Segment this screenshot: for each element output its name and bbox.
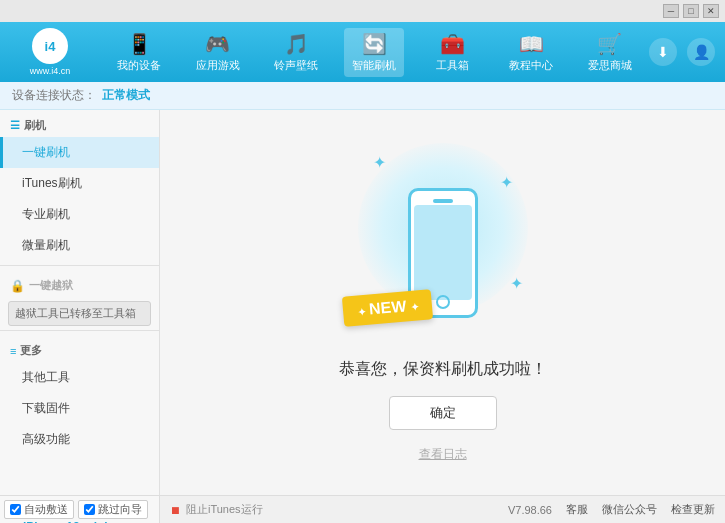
download-button[interactable]: ⬇ <box>649 38 677 66</box>
my-device-icon: 📱 <box>127 32 152 56</box>
close-button[interactable]: ✕ <box>703 4 719 18</box>
sparkle-icon-1: ✦ <box>373 153 386 172</box>
ringtone-label: 铃声壁纸 <box>274 58 318 73</box>
jailbreak-notice-text: 越狱工具已转移至工具箱 <box>15 307 136 319</box>
minimize-button[interactable]: ─ <box>663 4 679 18</box>
phone-speaker <box>433 199 453 203</box>
lock-icon: 🔒 <box>10 279 25 293</box>
divider-1 <box>0 265 159 266</box>
jailbreak-section-title: 🔒 一键越狱 <box>0 270 159 297</box>
nav-toolbox[interactable]: 🧰 工具箱 <box>423 28 483 77</box>
bottom-bar: 自动敷送 跳过向导 📱 iPhone 12 mini 64GB Down-12m… <box>0 495 725 523</box>
download-firmware-label: 下载固件 <box>22 401 70 415</box>
nav-apps[interactable]: 🎮 应用游戏 <box>188 28 248 77</box>
sidebar-item-onekey-flash[interactable]: 一键刷机 <box>0 137 159 168</box>
my-device-label: 我的设备 <box>117 58 161 73</box>
toolbox-label: 工具箱 <box>436 58 469 73</box>
more-section-icon: ≡ <box>10 345 16 357</box>
pro-flash-label: 专业刷机 <box>22 207 70 221</box>
customer-service-link[interactable]: 客服 <box>566 502 588 517</box>
top-nav: i4 www.i4.cn 📱 我的设备 🎮 应用游戏 🎵 铃声壁纸 🔄 智能刷机… <box>0 22 725 82</box>
more-section-label: 更多 <box>20 343 42 358</box>
content-area: ✦ ✦ ✦ NEW 恭喜您，保资料刷机成功啦！ 确定 查看日志 <box>160 110 725 495</box>
jailbreak-section-label: 一键越狱 <box>29 278 73 293</box>
nav-tutorial[interactable]: 📖 教程中心 <box>501 28 561 77</box>
check-update-link[interactable]: 检查更新 <box>671 502 715 517</box>
sidebar-item-download-firmware[interactable]: 下载固件 <box>0 393 159 424</box>
divider-2 <box>0 330 159 331</box>
sparkle-icon-2: ✦ <box>500 173 513 192</box>
apps-label: 应用游戏 <box>196 58 240 73</box>
toolbox-icon: 🧰 <box>440 32 465 56</box>
sparkle-icon-3: ✦ <box>510 274 523 293</box>
nav-store[interactable]: 🛒 爱思商城 <box>580 28 640 77</box>
tutorial-label: 教程中心 <box>509 58 553 73</box>
version-label: V7.98.66 <box>508 504 552 516</box>
nav-ringtone[interactable]: 🎵 铃声壁纸 <box>266 28 326 77</box>
success-text: 恭喜您，保资料刷机成功啦！ <box>339 359 547 380</box>
logo-icon: i4 <box>32 28 68 64</box>
auto-send-input[interactable] <box>10 504 21 515</box>
user-button[interactable]: 👤 <box>687 38 715 66</box>
skip-wizard-checkbox[interactable]: 跳过向导 <box>78 500 148 519</box>
logo-area: i4 www.i4.cn <box>10 28 90 76</box>
advanced-label: 高级功能 <box>22 432 70 446</box>
sidebar-item-other-tools[interactable]: 其他工具 <box>0 362 159 393</box>
new-badge: NEW <box>341 289 433 327</box>
smart-flash-label: 智能刷机 <box>352 58 396 73</box>
history-link[interactable]: 查看日志 <box>419 446 467 463</box>
bottom-sidebar-section: 自动敷送 跳过向导 📱 iPhone 12 mini 64GB Down-12m… <box>0 496 160 523</box>
stop-itunes-label: 阻止iTunes运行 <box>186 502 263 517</box>
wipe-flash-label: 微量刷机 <box>22 238 70 252</box>
apps-icon: 🎮 <box>205 32 230 56</box>
onekey-flash-label: 一键刷机 <box>22 145 70 159</box>
phone-screen <box>414 205 472 300</box>
flash-section-title: ☰ 刷机 <box>0 110 159 137</box>
bottom-content-section: ⏹ 阻止iTunes运行 V7.98.66 客服 微信公众号 检查更新 <box>160 496 725 523</box>
logo-website: www.i4.cn <box>30 66 71 76</box>
stop-itunes-status[interactable]: ⏹ 阻止iTunes运行 <box>170 502 263 517</box>
itunes-flash-label: iTunes刷机 <box>22 176 82 190</box>
status-value: 正常模式 <box>102 87 150 104</box>
nav-items: 📱 我的设备 🎮 应用游戏 🎵 铃声壁纸 🔄 智能刷机 🧰 工具箱 📖 教程中心… <box>100 28 649 77</box>
store-icon: 🛒 <box>597 32 622 56</box>
phone-home-button <box>436 295 450 309</box>
status-bar: 设备连接状态： 正常模式 <box>0 82 725 110</box>
confirm-button[interactable]: 确定 <box>389 396 497 430</box>
auto-send-label: 自动敷送 <box>24 502 68 517</box>
phone-illustration: ✦ ✦ ✦ NEW <box>353 143 533 343</box>
nav-right: ⬇ 👤 <box>649 38 715 66</box>
sidebar: ☰ 刷机 一键刷机 iTunes刷机 专业刷机 微量刷机 🔒 一键越狱 越狱工具… <box>0 110 160 495</box>
nav-my-device[interactable]: 📱 我的设备 <box>109 28 169 77</box>
other-tools-label: 其他工具 <box>22 370 70 384</box>
stop-icon: ⏹ <box>170 504 181 516</box>
smart-flash-icon: 🔄 <box>362 32 387 56</box>
jailbreak-notice: 越狱工具已转移至工具箱 <box>8 301 151 326</box>
sidebar-item-wipe-flash[interactable]: 微量刷机 <box>0 230 159 261</box>
flash-section-icon: ☰ <box>10 119 20 132</box>
sidebar-item-pro-flash[interactable]: 专业刷机 <box>0 199 159 230</box>
sidebar-item-itunes-flash[interactable]: iTunes刷机 <box>0 168 159 199</box>
auto-send-checkbox[interactable]: 自动敷送 <box>4 500 74 519</box>
main-layout: ☰ 刷机 一键刷机 iTunes刷机 专业刷机 微量刷机 🔒 一键越狱 越狱工具… <box>0 110 725 495</box>
skip-wizard-label: 跳过向导 <box>98 502 142 517</box>
more-section-title: ≡ 更多 <box>0 335 159 362</box>
sidebar-item-advanced[interactable]: 高级功能 <box>0 424 159 455</box>
ringtone-icon: 🎵 <box>284 32 309 56</box>
nav-smart-flash[interactable]: 🔄 智能刷机 <box>344 28 404 77</box>
title-bar: ─ □ ✕ <box>0 0 725 22</box>
status-label: 设备连接状态： <box>12 87 96 104</box>
bottom-right-links: V7.98.66 客服 微信公众号 检查更新 <box>508 502 715 517</box>
flash-section-label: 刷机 <box>24 118 46 133</box>
wechat-link[interactable]: 微信公众号 <box>602 502 657 517</box>
tutorial-icon: 📖 <box>519 32 544 56</box>
store-label: 爱思商城 <box>588 58 632 73</box>
maximize-button[interactable]: □ <box>683 4 699 18</box>
skip-wizard-input[interactable] <box>84 504 95 515</box>
success-visual: ✦ ✦ ✦ NEW 恭喜您，保资料刷机成功啦！ 确定 查看日志 <box>339 143 547 463</box>
